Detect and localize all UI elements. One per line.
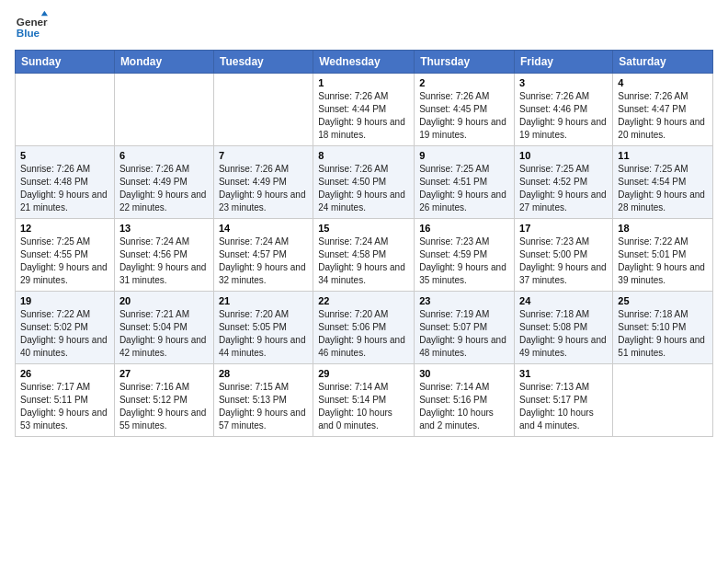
calendar-cell: 29Sunrise: 7:14 AM Sunset: 5:14 PM Dayli… xyxy=(313,364,415,437)
day-info: Sunrise: 7:26 AM Sunset: 4:44 PM Dayligh… xyxy=(318,90,409,142)
page: General Blue SundayMondayTuesdayWednesda… xyxy=(0,0,728,563)
day-number: 28 xyxy=(219,368,308,379)
day-number: 12 xyxy=(20,223,109,234)
day-number: 19 xyxy=(20,295,109,306)
day-info: Sunrise: 7:25 AM Sunset: 4:55 PM Dayligh… xyxy=(20,236,109,287)
calendar-cell: 23Sunrise: 7:19 AM Sunset: 5:07 PM Dayli… xyxy=(415,292,515,364)
day-number: 5 xyxy=(20,150,109,161)
calendar-cell: 20Sunrise: 7:21 AM Sunset: 5:04 PM Dayli… xyxy=(114,292,213,364)
day-number: 7 xyxy=(219,150,308,161)
calendar-day-header: Saturday xyxy=(613,51,713,74)
day-number: 26 xyxy=(20,368,109,379)
day-number: 3 xyxy=(519,77,608,88)
calendar-table: SundayMondayTuesdayWednesdayThursdayFrid… xyxy=(15,50,713,437)
day-number: 14 xyxy=(219,223,308,234)
day-number: 25 xyxy=(618,295,708,306)
calendar-cell: 2Sunrise: 7:26 AM Sunset: 4:45 PM Daylig… xyxy=(415,74,515,146)
day-number: 31 xyxy=(519,368,608,379)
calendar-week-row: 1Sunrise: 7:26 AM Sunset: 4:44 PM Daylig… xyxy=(16,74,713,146)
calendar-cell: 3Sunrise: 7:26 AM Sunset: 4:46 PM Daylig… xyxy=(515,74,613,146)
calendar-cell: 17Sunrise: 7:23 AM Sunset: 5:00 PM Dayli… xyxy=(515,219,613,292)
calendar-cell xyxy=(16,74,115,146)
day-number: 16 xyxy=(419,223,509,234)
day-number: 18 xyxy=(618,223,708,234)
day-info: Sunrise: 7:23 AM Sunset: 5:00 PM Dayligh… xyxy=(519,236,608,287)
calendar-cell: 19Sunrise: 7:22 AM Sunset: 5:02 PM Dayli… xyxy=(16,292,115,364)
calendar-cell: 18Sunrise: 7:22 AM Sunset: 5:01 PM Dayli… xyxy=(613,219,713,292)
day-number: 24 xyxy=(519,295,608,306)
calendar-day-header: Friday xyxy=(515,51,613,74)
day-info: Sunrise: 7:14 AM Sunset: 5:16 PM Dayligh… xyxy=(419,381,509,432)
day-info: Sunrise: 7:26 AM Sunset: 4:46 PM Dayligh… xyxy=(519,90,608,142)
calendar-week-row: 19Sunrise: 7:22 AM Sunset: 5:02 PM Dayli… xyxy=(16,292,713,364)
day-info: Sunrise: 7:18 AM Sunset: 5:10 PM Dayligh… xyxy=(618,308,708,360)
calendar-cell: 1Sunrise: 7:26 AM Sunset: 4:44 PM Daylig… xyxy=(313,74,415,146)
calendar-cell: 25Sunrise: 7:18 AM Sunset: 5:10 PM Dayli… xyxy=(613,292,713,364)
day-info: Sunrise: 7:22 AM Sunset: 5:02 PM Dayligh… xyxy=(20,308,109,360)
calendar-day-header: Thursday xyxy=(415,51,515,74)
logo: General Blue xyxy=(15,9,50,42)
calendar-cell: 27Sunrise: 7:16 AM Sunset: 5:12 PM Dayli… xyxy=(114,364,213,437)
day-number: 9 xyxy=(419,150,509,161)
day-number: 8 xyxy=(318,150,409,161)
day-info: Sunrise: 7:24 AM Sunset: 4:58 PM Dayligh… xyxy=(318,236,409,287)
calendar-cell: 24Sunrise: 7:18 AM Sunset: 5:08 PM Dayli… xyxy=(515,292,613,364)
calendar-cell xyxy=(613,364,713,437)
day-number: 17 xyxy=(519,223,608,234)
day-number: 6 xyxy=(119,150,209,161)
day-info: Sunrise: 7:25 AM Sunset: 4:51 PM Dayligh… xyxy=(419,163,509,214)
day-info: Sunrise: 7:22 AM Sunset: 5:01 PM Dayligh… xyxy=(618,236,708,287)
calendar-cell: 14Sunrise: 7:24 AM Sunset: 4:57 PM Dayli… xyxy=(213,219,313,292)
calendar-cell: 8Sunrise: 7:26 AM Sunset: 4:50 PM Daylig… xyxy=(313,146,415,219)
day-info: Sunrise: 7:26 AM Sunset: 4:48 PM Dayligh… xyxy=(20,163,109,214)
calendar-cell: 4Sunrise: 7:26 AM Sunset: 4:47 PM Daylig… xyxy=(613,74,713,146)
calendar-day-header: Sunday xyxy=(16,51,115,74)
day-info: Sunrise: 7:18 AM Sunset: 5:08 PM Dayligh… xyxy=(519,308,608,360)
day-number: 13 xyxy=(119,223,209,234)
day-info: Sunrise: 7:24 AM Sunset: 4:56 PM Dayligh… xyxy=(119,236,209,287)
day-number: 15 xyxy=(318,223,409,234)
logo-icon: General Blue xyxy=(15,9,48,42)
calendar-cell: 11Sunrise: 7:25 AM Sunset: 4:54 PM Dayli… xyxy=(613,146,713,219)
day-info: Sunrise: 7:23 AM Sunset: 4:59 PM Dayligh… xyxy=(419,236,509,287)
day-number: 23 xyxy=(419,295,509,306)
day-number: 10 xyxy=(519,150,608,161)
day-info: Sunrise: 7:26 AM Sunset: 4:47 PM Dayligh… xyxy=(618,90,708,142)
calendar-day-header: Tuesday xyxy=(213,51,313,74)
day-info: Sunrise: 7:26 AM Sunset: 4:49 PM Dayligh… xyxy=(119,163,209,214)
header: General Blue xyxy=(15,9,713,42)
calendar-cell: 13Sunrise: 7:24 AM Sunset: 4:56 PM Dayli… xyxy=(114,219,213,292)
calendar-cell: 9Sunrise: 7:25 AM Sunset: 4:51 PM Daylig… xyxy=(415,146,515,219)
day-number: 11 xyxy=(618,150,708,161)
calendar-week-row: 5Sunrise: 7:26 AM Sunset: 4:48 PM Daylig… xyxy=(16,146,713,219)
day-number: 29 xyxy=(318,368,409,379)
day-info: Sunrise: 7:26 AM Sunset: 4:49 PM Dayligh… xyxy=(219,163,308,214)
day-info: Sunrise: 7:16 AM Sunset: 5:12 PM Dayligh… xyxy=(119,381,209,432)
calendar-cell: 30Sunrise: 7:14 AM Sunset: 5:16 PM Dayli… xyxy=(415,364,515,437)
calendar-cell: 31Sunrise: 7:13 AM Sunset: 5:17 PM Dayli… xyxy=(515,364,613,437)
day-number: 2 xyxy=(419,77,509,88)
day-number: 1 xyxy=(318,77,409,88)
calendar-cell: 6Sunrise: 7:26 AM Sunset: 4:49 PM Daylig… xyxy=(114,146,213,219)
day-number: 27 xyxy=(119,368,209,379)
day-info: Sunrise: 7:15 AM Sunset: 5:13 PM Dayligh… xyxy=(219,381,308,432)
calendar-cell: 26Sunrise: 7:17 AM Sunset: 5:11 PM Dayli… xyxy=(16,364,115,437)
calendar-cell: 22Sunrise: 7:20 AM Sunset: 5:06 PM Dayli… xyxy=(313,292,415,364)
day-info: Sunrise: 7:13 AM Sunset: 5:17 PM Dayligh… xyxy=(519,381,608,432)
day-info: Sunrise: 7:20 AM Sunset: 5:05 PM Dayligh… xyxy=(219,308,308,360)
calendar-cell: 10Sunrise: 7:25 AM Sunset: 4:52 PM Dayli… xyxy=(515,146,613,219)
day-info: Sunrise: 7:25 AM Sunset: 4:52 PM Dayligh… xyxy=(519,163,608,214)
day-info: Sunrise: 7:17 AM Sunset: 5:11 PM Dayligh… xyxy=(20,381,109,432)
calendar-cell xyxy=(114,74,213,146)
calendar-cell: 28Sunrise: 7:15 AM Sunset: 5:13 PM Dayli… xyxy=(213,364,313,437)
day-info: Sunrise: 7:14 AM Sunset: 5:14 PM Dayligh… xyxy=(318,381,409,432)
svg-text:Blue: Blue xyxy=(17,27,40,39)
day-info: Sunrise: 7:21 AM Sunset: 5:04 PM Dayligh… xyxy=(119,308,209,360)
calendar-cell xyxy=(213,74,313,146)
day-number: 20 xyxy=(119,295,209,306)
day-info: Sunrise: 7:25 AM Sunset: 4:54 PM Dayligh… xyxy=(618,163,708,214)
day-number: 21 xyxy=(219,295,308,306)
calendar-day-header: Wednesday xyxy=(313,51,415,74)
day-info: Sunrise: 7:24 AM Sunset: 4:57 PM Dayligh… xyxy=(219,236,308,287)
calendar-week-row: 26Sunrise: 7:17 AM Sunset: 5:11 PM Dayli… xyxy=(16,364,713,437)
